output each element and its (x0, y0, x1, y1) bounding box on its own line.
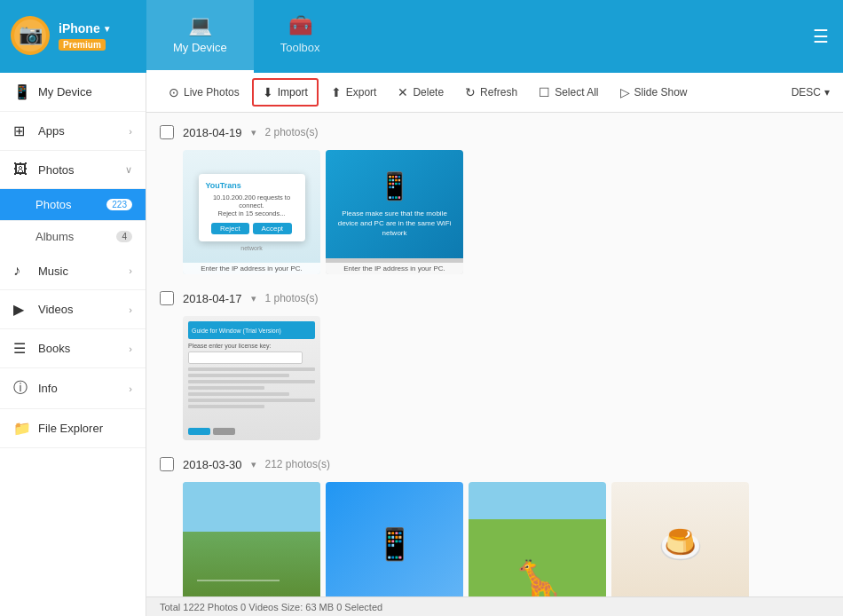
music-icon: ♪ (13, 263, 29, 279)
top-header: 📷 iPhone ▼ Premium 💻 My Device 🧰 Toolbox… (0, 0, 843, 73)
videos-arrow-icon: › (129, 304, 132, 315)
brand-dropdown-icon[interactable]: ▼ (103, 24, 112, 34)
photo-thumb-p4[interactable] (183, 482, 320, 596)
date-section-2: 2018-03-30 ▾ 212 photos(s) 📱 (160, 454, 830, 596)
brand-name[interactable]: iPhone ▼ (59, 21, 112, 36)
info-icon: ⓘ (13, 379, 29, 398)
brand-premium-badge: Premium (59, 36, 112, 51)
date-count-2: 212 photos(s) (265, 458, 330, 470)
date-arrow-icon-1[interactable]: ▾ (251, 293, 256, 304)
photo-grid-1: Guide for Window (Trial Version) Please … (183, 316, 830, 440)
sidebar-label-info: Info (38, 382, 129, 395)
import-icon: ⬇ (263, 85, 273, 99)
books-arrow-icon: › (129, 344, 132, 354)
albums-badge: 4 (116, 231, 132, 242)
apps-icon: ⊞ (13, 122, 29, 139)
photo-thumb-p1[interactable]: YouTrans 10.10.200.200 requests to conne… (183, 150, 320, 274)
export-button[interactable]: ⬆ Export (322, 80, 386, 105)
photo-grid-0: YouTrans 10.10.200.200 requests to conne… (183, 150, 830, 274)
info-arrow-icon: › (129, 383, 132, 394)
sidebar-item-videos[interactable]: ▶ Videos › (0, 290, 146, 329)
content-area: ⊙ Live Photos ⬇ Import ⬆ Export ✕ Delete… (146, 73, 843, 616)
slide-show-button[interactable]: ▷ Slide Show (611, 80, 697, 105)
refresh-icon: ↻ (465, 85, 476, 99)
photos-badge: 223 (106, 199, 132, 210)
sidebar-label-videos: Videos (38, 303, 129, 316)
top-right: ☰ (799, 26, 843, 47)
videos-icon: ▶ (13, 301, 29, 318)
sort-chevron-icon: ▾ (824, 86, 830, 99)
import-button[interactable]: ⬇ Import (252, 78, 319, 107)
sidebar-label-photos-parent: Photos (38, 163, 125, 177)
books-icon: ☰ (13, 340, 29, 357)
toolbar: ⊙ Live Photos ⬇ Import ⬆ Export ✕ Delete… (146, 73, 843, 113)
photos-parent-icon: 🖼 (13, 162, 29, 178)
photo-thumb-p6[interactable]: 🦒 (469, 482, 606, 596)
date-checkbox-1[interactable] (160, 291, 174, 305)
date-arrow-icon-0[interactable]: ▾ (251, 127, 256, 138)
svg-text:📷: 📷 (19, 22, 43, 46)
sidebar-item-info[interactable]: ⓘ Info › (0, 368, 146, 409)
sidebar-label-music: Music (38, 265, 129, 278)
date-checkbox-2[interactable] (160, 457, 174, 471)
date-header-1: 2018-04-17 ▾ 1 photos(s) (160, 288, 830, 309)
sidebar-item-photos-sub[interactable]: Photos 223 (0, 189, 146, 221)
sidebar-item-apps[interactable]: ⊞ Apps › (0, 112, 146, 151)
photo-list: 2018-04-19 ▾ 2 photos(s) YouTrans 10.10.… (146, 113, 843, 596)
hamburger-icon[interactable]: ☰ (813, 26, 829, 47)
date-label-2: 2018-03-30 (183, 458, 242, 471)
date-count-1: 1 photos(s) (265, 292, 319, 304)
photos-arrow-icon: ∨ (125, 164, 132, 176)
sidebar-item-photos-parent[interactable]: 🖼 Photos ∨ (0, 151, 146, 189)
slide-show-icon: ▷ (620, 85, 630, 99)
my-device-sidebar-icon: 📱 (13, 83, 29, 100)
live-photos-button[interactable]: ⊙ Live Photos (160, 80, 248, 105)
delete-icon: ✕ (398, 85, 408, 99)
date-label-1: 2018-04-17 (183, 292, 242, 305)
main-body: 📱 My Device ⊞ Apps › 🖼 Photos ∨ Photos 2… (0, 73, 843, 616)
refresh-button[interactable]: ↻ Refresh (456, 80, 526, 105)
nav-tabs: 💻 My Device 🧰 Toolbox (146, 0, 799, 73)
sidebar-label-books: Books (38, 342, 129, 355)
date-count-0: 2 photos(s) (265, 126, 319, 138)
tab-my-device[interactable]: 💻 My Device (146, 0, 254, 73)
date-checkbox-0[interactable] (160, 125, 174, 139)
photo-caption-p2: Enter the IP address in your PC. (326, 263, 463, 274)
photo-grid-2: 📱 🦒 🍮 (183, 482, 830, 596)
tab-toolbox[interactable]: 🧰 Toolbox (254, 0, 347, 73)
sidebar-item-albums-sub[interactable]: Albums 4 (0, 221, 146, 252)
date-section-1: 2018-04-17 ▾ 1 photos(s) Guide for Windo… (160, 288, 830, 440)
date-section-0: 2018-04-19 ▾ 2 photos(s) YouTrans 10.10.… (160, 122, 830, 274)
sidebar: 📱 My Device ⊞ Apps › 🖼 Photos ∨ Photos 2… (0, 73, 146, 616)
delete-button[interactable]: ✕ Delete (389, 80, 453, 105)
select-all-icon: ☐ (539, 85, 550, 99)
photo-thumb-p5[interactable]: 📱 (326, 482, 463, 596)
photo-thumb-p3[interactable]: Guide for Window (Trial Version) Please … (183, 316, 320, 440)
date-label-0: 2018-04-19 (183, 126, 242, 139)
photo-thumb-p2[interactable]: 📱 Please make sure that the mobile devic… (326, 150, 463, 274)
file-explorer-icon: 📁 (13, 420, 29, 437)
brand-area: 📷 iPhone ▼ Premium (0, 0, 146, 73)
music-arrow-icon: › (129, 265, 132, 276)
sidebar-item-music[interactable]: ♪ Music › (0, 252, 146, 290)
sidebar-item-file-explorer[interactable]: 📁 File Explorer (0, 409, 146, 448)
export-icon: ⬆ (331, 85, 342, 99)
sidebar-label-photos-sub: Photos (35, 198, 103, 211)
apps-arrow-icon: › (129, 126, 132, 137)
select-all-button[interactable]: ☐ Select All (530, 80, 607, 105)
status-bar: Total 1222 Photos 0 Videos Size: 63 MB 0… (146, 596, 843, 616)
brand-logo: 📷 (9, 14, 53, 59)
photo-thumb-p7[interactable]: 🍮 (611, 482, 749, 596)
sidebar-label-albums: Albums (35, 230, 113, 243)
sidebar-label-my-device: My Device (38, 85, 132, 99)
sort-control[interactable]: DESC ▾ (792, 86, 830, 99)
sidebar-label-file-explorer: File Explorer (38, 422, 132, 435)
date-header-0: 2018-04-19 ▾ 2 photos(s) (160, 122, 830, 143)
toolbox-icon: 🧰 (288, 14, 312, 37)
brand-text: iPhone ▼ Premium (59, 21, 112, 51)
sidebar-item-books[interactable]: ☰ Books › (0, 329, 146, 368)
sidebar-item-my-device[interactable]: 📱 My Device (0, 73, 146, 112)
date-arrow-icon-2[interactable]: ▾ (251, 459, 256, 470)
date-header-2: 2018-03-30 ▾ 212 photos(s) (160, 454, 830, 475)
live-photos-icon: ⊙ (169, 85, 179, 99)
